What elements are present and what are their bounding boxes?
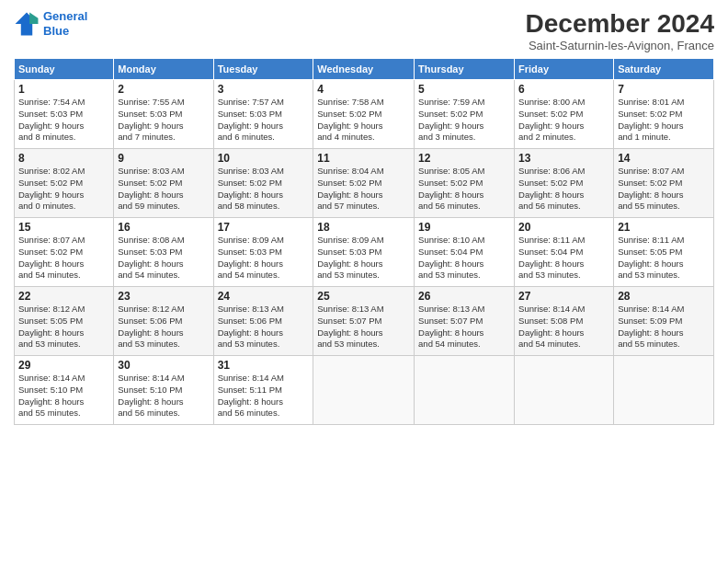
table-row: 20Sunrise: 8:11 AM Sunset: 5:04 PM Dayli…: [515, 218, 614, 287]
day-info: Sunrise: 8:13 AM Sunset: 5:07 PM Dayligh…: [418, 304, 510, 350]
day-number: 16: [118, 221, 209, 234]
calendar-week-2: 8Sunrise: 8:02 AM Sunset: 5:02 PM Daylig…: [15, 149, 714, 218]
day-info: Sunrise: 8:14 AM Sunset: 5:08 PM Dayligh…: [518, 304, 609, 350]
day-number: 15: [18, 221, 109, 234]
table-row: 31Sunrise: 8:14 AM Sunset: 5:11 PM Dayli…: [213, 356, 313, 425]
day-number: 19: [418, 221, 510, 234]
day-info: Sunrise: 8:03 AM Sunset: 5:02 PM Dayligh…: [218, 166, 310, 213]
day-number: 18: [317, 221, 410, 234]
table-row: 7Sunrise: 8:01 AM Sunset: 5:02 PM Daylig…: [614, 80, 714, 149]
svg-marker-1: [29, 12, 38, 23]
day-info: Sunrise: 8:10 AM Sunset: 5:04 PM Dayligh…: [418, 235, 510, 282]
day-info: Sunrise: 8:12 AM Sunset: 5:06 PM Dayligh…: [118, 304, 209, 350]
logo: General Blue: [14, 9, 87, 38]
day-number: 3: [218, 83, 310, 96]
subtitle: Saint-Saturnin-les-Avignon, France: [526, 39, 714, 52]
table-row: [313, 356, 415, 425]
day-number: 25: [317, 290, 410, 303]
table-row: 29Sunrise: 8:14 AM Sunset: 5:10 PM Dayli…: [15, 356, 114, 425]
table-row: 15Sunrise: 8:07 AM Sunset: 5:02 PM Dayli…: [15, 218, 114, 287]
table-row: 13Sunrise: 8:06 AM Sunset: 5:02 PM Dayli…: [515, 149, 614, 218]
logo-icon: [14, 11, 40, 37]
day-info: Sunrise: 8:11 AM Sunset: 5:04 PM Dayligh…: [518, 235, 609, 282]
table-row: 4Sunrise: 7:58 AM Sunset: 5:02 PM Daylig…: [313, 80, 415, 149]
header-wednesday: Wednesday: [313, 59, 415, 80]
day-number: 8: [18, 152, 109, 165]
logo-text: General Blue: [43, 9, 87, 38]
table-row: 2Sunrise: 7:55 AM Sunset: 5:03 PM Daylig…: [114, 80, 213, 149]
table-row: 6Sunrise: 8:00 AM Sunset: 5:02 PM Daylig…: [515, 80, 614, 149]
table-row: 24Sunrise: 8:13 AM Sunset: 5:06 PM Dayli…: [213, 287, 313, 356]
day-info: Sunrise: 8:08 AM Sunset: 5:03 PM Dayligh…: [118, 235, 209, 282]
day-number: 26: [418, 290, 510, 303]
day-number: 22: [18, 290, 109, 303]
table-row: 11Sunrise: 8:04 AM Sunset: 5:02 PM Dayli…: [313, 149, 415, 218]
day-info: Sunrise: 8:04 AM Sunset: 5:02 PM Dayligh…: [317, 166, 410, 213]
table-row: 26Sunrise: 8:13 AM Sunset: 5:07 PM Dayli…: [415, 287, 515, 356]
calendar-week-4: 22Sunrise: 8:12 AM Sunset: 5:05 PM Dayli…: [15, 287, 714, 356]
calendar-week-5: 29Sunrise: 8:14 AM Sunset: 5:10 PM Dayli…: [15, 356, 714, 425]
day-number: 9: [118, 152, 209, 165]
day-info: Sunrise: 8:06 AM Sunset: 5:02 PM Dayligh…: [518, 166, 609, 213]
table-row: 10Sunrise: 8:03 AM Sunset: 5:02 PM Dayli…: [213, 149, 313, 218]
day-info: Sunrise: 8:14 AM Sunset: 5:10 PM Dayligh…: [118, 373, 209, 419]
calendar-header-row: Sunday Monday Tuesday Wednesday Thursday…: [15, 59, 714, 80]
logo-line1: General: [43, 9, 87, 23]
day-number: 1: [18, 83, 109, 96]
day-info: Sunrise: 7:54 AM Sunset: 5:03 PM Dayligh…: [18, 97, 109, 144]
day-number: 14: [618, 152, 710, 165]
table-row: 22Sunrise: 8:12 AM Sunset: 5:05 PM Dayli…: [15, 287, 114, 356]
table-row: 27Sunrise: 8:14 AM Sunset: 5:08 PM Dayli…: [515, 287, 614, 356]
table-row: 14Sunrise: 8:07 AM Sunset: 5:02 PM Dayli…: [614, 149, 714, 218]
day-number: 7: [618, 83, 710, 96]
table-row: 23Sunrise: 8:12 AM Sunset: 5:06 PM Dayli…: [114, 287, 213, 356]
day-number: 23: [118, 290, 209, 303]
day-info: Sunrise: 8:09 AM Sunset: 5:03 PM Dayligh…: [218, 235, 310, 282]
page-container: General Blue December 2024 Saint-Saturni…: [0, 0, 728, 434]
day-info: Sunrise: 8:00 AM Sunset: 5:02 PM Dayligh…: [518, 97, 609, 144]
day-number: 6: [518, 83, 609, 96]
header-monday: Monday: [114, 59, 213, 80]
day-number: 31: [218, 359, 310, 372]
table-row: 8Sunrise: 8:02 AM Sunset: 5:02 PM Daylig…: [15, 149, 114, 218]
calendar-week-1: 1Sunrise: 7:54 AM Sunset: 5:03 PM Daylig…: [15, 80, 714, 149]
day-info: Sunrise: 8:14 AM Sunset: 5:09 PM Dayligh…: [618, 304, 710, 350]
day-number: 2: [118, 83, 209, 96]
day-info: Sunrise: 8:07 AM Sunset: 5:02 PM Dayligh…: [618, 166, 710, 213]
day-number: 29: [18, 359, 109, 372]
day-number: 4: [317, 83, 410, 96]
day-number: 20: [518, 221, 609, 234]
header-friday: Friday: [515, 59, 614, 80]
day-info: Sunrise: 7:58 AM Sunset: 5:02 PM Dayligh…: [317, 97, 410, 144]
day-number: 13: [518, 152, 609, 165]
main-title: December 2024: [526, 9, 714, 39]
day-info: Sunrise: 8:01 AM Sunset: 5:02 PM Dayligh…: [618, 97, 710, 144]
header-saturday: Saturday: [614, 59, 714, 80]
table-row: 5Sunrise: 7:59 AM Sunset: 5:02 PM Daylig…: [415, 80, 515, 149]
header: General Blue December 2024 Saint-Saturni…: [14, 9, 714, 52]
title-block: December 2024 Saint-Saturnin-les-Avignon…: [526, 9, 714, 52]
day-info: Sunrise: 8:14 AM Sunset: 5:11 PM Dayligh…: [218, 373, 310, 419]
day-info: Sunrise: 8:11 AM Sunset: 5:05 PM Dayligh…: [618, 235, 710, 282]
day-info: Sunrise: 8:14 AM Sunset: 5:10 PM Dayligh…: [18, 373, 109, 419]
table-row: [515, 356, 614, 425]
table-row: [614, 356, 714, 425]
table-row: [415, 356, 515, 425]
day-number: 12: [418, 152, 510, 165]
calendar-week-3: 15Sunrise: 8:07 AM Sunset: 5:02 PM Dayli…: [15, 218, 714, 287]
table-row: 12Sunrise: 8:05 AM Sunset: 5:02 PM Dayli…: [415, 149, 515, 218]
table-row: 30Sunrise: 8:14 AM Sunset: 5:10 PM Dayli…: [114, 356, 213, 425]
day-number: 5: [418, 83, 510, 96]
day-info: Sunrise: 7:57 AM Sunset: 5:03 PM Dayligh…: [218, 97, 310, 144]
day-info: Sunrise: 8:03 AM Sunset: 5:02 PM Dayligh…: [118, 166, 209, 213]
table-row: 16Sunrise: 8:08 AM Sunset: 5:03 PM Dayli…: [114, 218, 213, 287]
day-number: 10: [218, 152, 310, 165]
table-row: 17Sunrise: 8:09 AM Sunset: 5:03 PM Dayli…: [213, 218, 313, 287]
day-info: Sunrise: 8:02 AM Sunset: 5:02 PM Dayligh…: [18, 166, 109, 213]
day-number: 28: [618, 290, 710, 303]
day-info: Sunrise: 8:13 AM Sunset: 5:06 PM Dayligh…: [218, 304, 310, 350]
day-number: 21: [618, 221, 710, 234]
day-number: 11: [317, 152, 410, 165]
table-row: 28Sunrise: 8:14 AM Sunset: 5:09 PM Dayli…: [614, 287, 714, 356]
day-info: Sunrise: 8:05 AM Sunset: 5:02 PM Dayligh…: [418, 166, 510, 213]
